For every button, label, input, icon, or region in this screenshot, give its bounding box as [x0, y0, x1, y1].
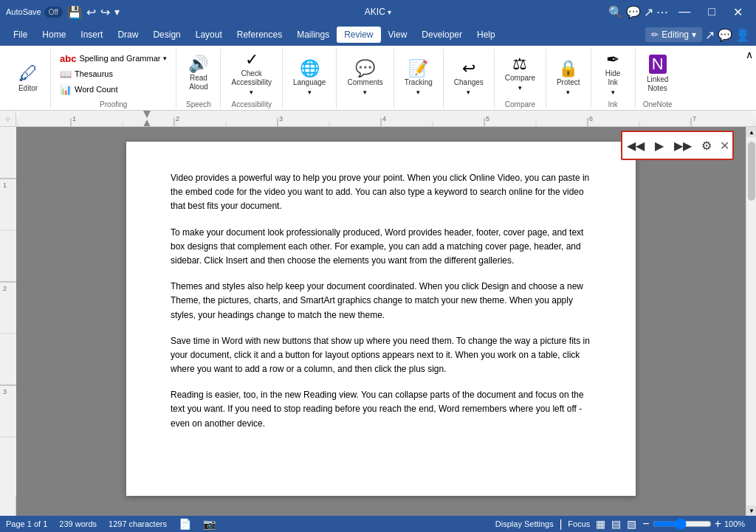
layout-icon-3[interactable]: ▧ [627, 518, 636, 530]
read-aloud-prev-button[interactable]: ◀◀ [625, 135, 646, 156]
thesaurus-button[interactable]: 📖 Thesaurus [57, 67, 170, 81]
ribbon-group-changes: ↩ Changes ▾ [444, 49, 495, 108]
read-aloud-play-button[interactable]: ▶ [649, 135, 670, 156]
share-menu-icon[interactable]: ↗ [705, 28, 715, 42]
onenote-icon: N [649, 55, 667, 74]
svg-text:5: 5 [486, 115, 489, 122]
ribbon-group-language: 🌐 Language ▾ [283, 49, 337, 108]
language-dropdown-icon: ▾ [308, 89, 312, 96]
document-page: Video provides a powerful way to help yo… [126, 142, 636, 496]
linked-notes-label: LinkedNotes [647, 75, 668, 93]
protect-icon: 🔒 [558, 61, 578, 77]
menu-item-help[interactable]: Help [470, 27, 503, 43]
speech-items: 🔊 ReadAloud [184, 49, 213, 99]
vertical-scrollbar[interactable]: ▲ ▼ [746, 127, 756, 516]
maximize-button[interactable]: □ [701, 0, 723, 24]
svg-text:3: 3 [3, 388, 7, 395]
menu-item-draw[interactable]: Draw [110, 27, 145, 43]
svg-text:2: 2 [176, 115, 179, 122]
minimize-button[interactable]: — [671, 0, 698, 24]
menu-item-insert[interactable]: Insert [73, 27, 110, 43]
share-icon[interactable]: ↗ [644, 5, 653, 19]
ruler-corner[interactable]: ⊹ [0, 111, 16, 127]
vertical-ruler-svg: 1 2 3 [0, 127, 16, 496]
layout-icon-1[interactable]: ▦ [596, 518, 605, 530]
paragraph-5: Reading is easier, too, in the new Readi… [171, 388, 591, 431]
zoom-out-button[interactable]: − [642, 517, 649, 531]
menu-item-home[interactable]: Home [35, 27, 73, 43]
comments-button[interactable]: 💬 Comments ▾ [343, 58, 387, 99]
editing-button[interactable]: ✏ Editing ▾ [645, 27, 702, 42]
save-icon[interactable]: 💾 [67, 5, 82, 19]
ribbon-group-tracking: 📝 Tracking ▾ [394, 49, 444, 108]
protect-items: 🔒 Protect ▾ [552, 49, 585, 107]
read-aloud-icon: 🔊 [188, 56, 208, 72]
language-button[interactable]: 🌐 Language ▾ [289, 58, 331, 99]
ribbon-group-accessibility: ✓ CheckAccessibility ▾ Accessibility [221, 49, 282, 108]
menu-item-review[interactable]: Review [337, 27, 380, 43]
menu-item-developer[interactable]: Developer [414, 27, 470, 43]
speech-group-label: Speech [186, 100, 211, 108]
zoom-slider[interactable] [653, 518, 712, 530]
changes-items: ↩ Changes ▾ [450, 49, 488, 107]
scroll-down-button[interactable]: ▼ [746, 505, 756, 516]
autosave-toggle[interactable]: Off [44, 7, 63, 18]
more-icon[interactable]: ▾ [114, 6, 120, 18]
title-dropdown-icon[interactable]: ▾ [388, 8, 391, 16]
user-icon[interactable]: 👤 [735, 28, 750, 42]
read-aloud-next-button[interactable]: ▶▶ [673, 135, 693, 156]
paragraph-4: Save time in Word with new buttons that … [171, 334, 591, 377]
read-aloud-button[interactable]: 🔊 ReadAloud [184, 53, 213, 94]
document-scroll-area[interactable]: Video provides a powerful way to help yo… [16, 127, 746, 516]
tracking-label: Tracking [405, 78, 433, 87]
read-aloud-close-button[interactable]: ✕ [720, 139, 729, 153]
menu-item-file[interactable]: File [6, 27, 35, 43]
language-label: Language [293, 78, 326, 87]
protect-label: Protect [557, 78, 580, 87]
zoom-level[interactable]: 100% [724, 519, 750, 528]
content-area: 1 2 3 Video provides a powerful way to h… [0, 127, 756, 516]
compare-button[interactable]: ⚖ Compare ▾ [501, 53, 540, 94]
check-accessibility-button[interactable]: ✓ CheckAccessibility ▾ [227, 49, 275, 99]
title-text: AKIC [365, 7, 385, 17]
compare-items: ⚖ Compare ▾ [501, 49, 540, 99]
menu-item-references[interactable]: References [230, 27, 289, 43]
ribbon-group-editor: 🖊 Editor [6, 49, 51, 108]
undo-icon[interactable]: ↩ [86, 5, 96, 19]
spelling-grammar-button[interactable]: abc Spelling and Grammar ▾ [57, 52, 170, 66]
more-options-icon[interactable]: ⋯ [656, 5, 668, 19]
word-count-button[interactable]: 📊 Word Count [57, 83, 170, 97]
menu-item-mailings[interactable]: Mailings [289, 27, 337, 43]
display-settings-button[interactable]: Display Settings [495, 519, 554, 528]
layout-icon-2[interactable]: ▤ [611, 518, 621, 530]
ribbon-group-proofing: abc Spelling and Grammar ▾ 📖 Thesaurus 📊… [51, 49, 176, 108]
tracking-items: 📝 Tracking ▾ [400, 49, 437, 107]
word-count-status[interactable]: 239 words [59, 519, 97, 528]
protect-button[interactable]: 🔒 Protect ▾ [552, 58, 585, 99]
zoom-in-button[interactable]: + [715, 517, 721, 531]
comments-menu-icon[interactable]: 💬 [718, 28, 732, 42]
menu-item-design[interactable]: Design [145, 27, 188, 43]
scrollbar-thumb[interactable] [748, 142, 755, 201]
ribbon-collapse-button[interactable]: ∧ [746, 49, 753, 61]
redo-icon[interactable]: ↪ [100, 5, 110, 19]
ruler-svg: 1 2 3 4 5 6 7 [19, 111, 753, 127]
close-button[interactable]: ✕ [726, 0, 750, 24]
changes-button[interactable]: ↩ Changes ▾ [450, 58, 488, 99]
scroll-up-button[interactable]: ▲ [746, 127, 756, 137]
tracking-button[interactable]: 📝 Tracking ▾ [400, 58, 437, 99]
comment-icon[interactable]: 💬 [626, 5, 641, 19]
ribbon-group-comments: 💬 Comments ▾ [337, 49, 394, 108]
horizontal-ruler: 1 2 3 4 5 6 7 [16, 111, 756, 127]
menu-item-view[interactable]: View [381, 27, 415, 43]
editor-button[interactable]: 🖊 Editor [12, 61, 44, 96]
hide-ink-button[interactable]: ✒ HideInk ▾ [598, 49, 628, 99]
menu-item-layout[interactable]: Layout [188, 27, 230, 43]
focus-button[interactable]: Focus [568, 519, 590, 528]
read-aloud-settings-button[interactable]: ⚙ [696, 135, 717, 156]
autosave-text: AutoSave [6, 7, 41, 16]
ribbon-group-onenote: N LinkedNotes OneNote [636, 49, 680, 108]
svg-text:1: 1 [3, 182, 7, 189]
search-icon[interactable]: 🔍 [608, 5, 623, 19]
linked-notes-button[interactable]: N LinkedNotes [642, 52, 673, 96]
